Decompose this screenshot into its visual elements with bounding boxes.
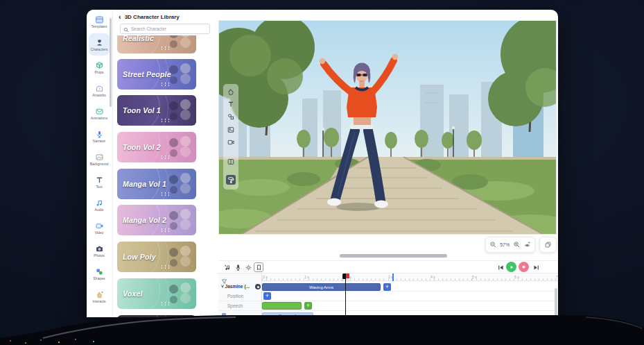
sidebar-item-audio[interactable]: Audio: [89, 194, 110, 216]
templates-icon: [95, 15, 104, 24]
track-toggle-icon[interactable]: [255, 284, 261, 289]
effects-sun-icon[interactable]: [243, 262, 253, 272]
timeline: ˅ Jasmine (... Position Speech 0 s 1 s 2…: [218, 273, 558, 317]
card-label: Low Poly: [123, 253, 156, 261]
sidebar-item-props[interactable]: Props: [89, 56, 110, 78]
track-name-speech[interactable]: Speech: [227, 303, 243, 308]
card-realistic[interactable]: Realistic: [117, 35, 196, 53]
sidebar-item-shapes[interactable]: Shapes: [89, 262, 110, 285]
shapes-icon: [95, 267, 104, 276]
add-animation-button[interactable]: +: [383, 283, 391, 291]
track-name-jasmine[interactable]: ˅ Jasmine (...: [221, 284, 250, 289]
sidebar-item-animations[interactable]: Animations: [89, 102, 110, 124]
library-title: 3D Character Library: [125, 14, 180, 20]
bookmark-icon[interactable]: [254, 262, 263, 272]
sidebar-scrollbar[interactable]: [110, 18, 112, 107]
skip-forward-button[interactable]: [531, 262, 541, 272]
sidebar-item-label: Artworks: [92, 94, 105, 97]
viewport-hscrollbar[interactable]: [340, 254, 447, 258]
sidebar-item-interacts[interactable]: Interacts: [89, 285, 110, 308]
clip-waving-arms[interactable]: Waving Arms: [262, 283, 381, 291]
sidebar-item-label: Video: [95, 231, 104, 235]
sidebar-item-label: Characters: [91, 48, 107, 51]
card-list: Realistic Street People Toon Vol 1 Toon …: [113, 35, 218, 317]
ruler-label: 7 s: [556, 275, 558, 279]
card-voxel[interactable]: Voxel: [117, 278, 196, 309]
scene-viewport[interactable]: [218, 20, 557, 235]
play-button[interactable]: [506, 262, 516, 272]
text-icon: [95, 176, 104, 185]
card-artwork: [159, 35, 192, 53]
panels-tool-icon[interactable]: [226, 157, 236, 167]
snapshot-button[interactable]: [539, 237, 557, 253]
ruler-label: 0 s: [263, 275, 268, 279]
image-tool-icon[interactable]: [226, 125, 236, 135]
sidebar-item-narrator[interactable]: Narrator: [89, 125, 110, 147]
dots-decoration: [160, 82, 172, 87]
card-label: Voxel: [123, 289, 143, 298]
track-name-position[interactable]: Position: [227, 294, 243, 298]
background-icon: [95, 153, 104, 162]
video-icon: [95, 221, 104, 230]
shapes-tool-icon[interactable]: [226, 112, 236, 121]
zoom-out-icon[interactable]: [489, 239, 497, 251]
tool-sidebar: Templates Characters Props Artworks Anim…: [87, 10, 112, 317]
dots-decoration: [160, 192, 172, 196]
dots-decoration: [160, 46, 172, 51]
timeline-vscrollbar[interactable]: [555, 288, 557, 317]
sidebar-item-templates[interactable]: Templates: [89, 10, 110, 33]
add-audio-icon[interactable]: [223, 262, 232, 272]
dots-decoration: [160, 228, 172, 233]
add-position-button[interactable]: +: [263, 292, 271, 300]
paint-tool-icon[interactable]: [226, 175, 236, 185]
video-tool-icon[interactable]: [226, 137, 236, 147]
microphone-icon[interactable]: [233, 262, 243, 272]
card-toon-vol-1[interactable]: Toon Vol 1: [117, 95, 196, 126]
text-tool-icon[interactable]: [226, 99, 236, 109]
card-low-poly[interactable]: Low Poly: [117, 242, 196, 272]
card-label: Manga Vol 1: [123, 180, 166, 188]
card-manga-vol-2[interactable]: Manga Vol 2: [117, 205, 196, 235]
timeline-ruler[interactable]: 0 s 1 s 2 s 3 s 4 s 5 s 6 s 7 s: [262, 274, 558, 281]
search-box[interactable]: [120, 24, 210, 34]
artworks-icon: [95, 84, 104, 93]
narrator-icon: [95, 130, 104, 139]
sidebar-item-label: Props: [94, 71, 103, 74]
card-toon-vol-2[interactable]: Toon Vol 2: [117, 132, 196, 162]
blue-marker: [392, 274, 394, 281]
card-manga-vol-1[interactable]: Manga Vol 1: [117, 169, 196, 199]
hide-ui-eye-icon[interactable]: [523, 239, 531, 251]
sidebar-item-video[interactable]: Video: [89, 217, 110, 239]
skip-back-button[interactable]: [496, 262, 505, 272]
park-scene: [219, 21, 557, 235]
viewport-toolbar: [223, 84, 238, 190]
dots-decoration: [160, 301, 172, 306]
back-chevron-icon[interactable]: ‹: [119, 13, 121, 20]
characters-icon: [95, 38, 104, 47]
card-street-people[interactable]: Street People: [117, 59, 196, 90]
sidebar-item-label: Narrator: [93, 140, 105, 143]
sidebar-item-label: Interacts: [92, 300, 105, 303]
hand-tool-icon[interactable]: [226, 87, 236, 96]
character-library-panel: ‹ 3D Character Library Realistic Street …: [112, 10, 218, 317]
copy-icon: [544, 239, 552, 251]
clip-camera-1[interactable]: Camera 1: [262, 312, 313, 317]
zoom-in-icon[interactable]: [513, 239, 521, 251]
card-label: Manga Vol 2: [123, 216, 166, 224]
card-partial[interactable]: [117, 315, 196, 317]
search-input[interactable]: [131, 26, 207, 31]
playhead[interactable]: [345, 274, 347, 317]
playhead-grip[interactable]: [342, 274, 346, 279]
stop-button[interactable]: [519, 262, 529, 272]
zoom-level[interactable]: 57%: [500, 242, 510, 247]
sidebar-item-label: Background: [90, 162, 109, 166]
sidebar-item-artworks[interactable]: Artworks: [89, 79, 110, 101]
sidebar-item-text[interactable]: Text: [89, 171, 110, 193]
camera-track-icon: [222, 313, 226, 317]
sidebar-item-background[interactable]: Background: [89, 148, 110, 170]
clip-speech[interactable]: [262, 302, 302, 310]
interacts-icon: [95, 290, 104, 299]
sidebar-item-photos[interactable]: Photos: [89, 239, 110, 262]
sidebar-item-characters[interactable]: Characters: [89, 33, 110, 56]
add-speech-button[interactable]: +: [304, 302, 312, 310]
